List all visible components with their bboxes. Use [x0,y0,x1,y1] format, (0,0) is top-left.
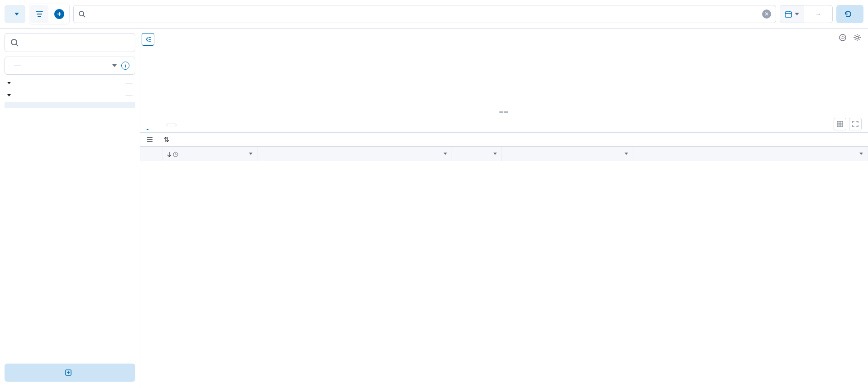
field-search-input[interactable] [23,39,129,47]
svg-rect-13 [837,121,843,127]
col-index[interactable] [257,147,452,161]
collapse-sidebar-button[interactable] [142,33,154,46]
col-sync-time[interactable] [162,147,257,161]
chevron-down-icon[interactable] [625,153,628,155]
svg-line-1 [83,15,85,17]
info-icon[interactable]: i [121,62,129,70]
filter-type-count [14,65,21,66]
table-toolbar [140,133,868,146]
beta-badge [167,124,176,126]
calendar-icon [785,10,792,18]
sort-icon [164,136,169,143]
search-icon [10,38,19,47]
plus-icon: + [54,9,64,19]
tab-documents[interactable] [147,120,148,130]
columns-button[interactable] [147,137,156,142]
sort-desc-icon [167,152,172,157]
field-search[interactable] [5,33,135,52]
clock-icon [173,152,178,157]
datasource-selector[interactable] [5,5,25,23]
add-field-button[interactable] [5,364,135,382]
query-input[interactable] [90,10,758,18]
selected-fields-header[interactable] [3,79,137,87]
tab-field-statistics[interactable] [157,120,158,129]
chevron-down-icon[interactable] [249,153,253,155]
date-quick-menu[interactable] [780,5,804,23]
refresh-button[interactable] [836,5,863,23]
selected-fields-count [125,83,133,84]
col-region[interactable] [501,147,633,161]
fields-sidebar: i [0,29,140,388]
chevron-down-icon [112,64,117,67]
chevron-down-icon [14,13,19,15]
svg-point-6 [11,39,17,45]
svg-point-0 [79,11,84,16]
clear-query-icon[interactable]: ✕ [762,10,771,19]
svg-line-7 [16,44,18,46]
filter-icon [36,11,43,17]
chevron-down-icon[interactable] [444,153,447,155]
resize-handle[interactable]: ══ [140,108,868,118]
svg-point-12 [856,36,858,39]
grid-icon [837,121,843,127]
date-picker[interactable]: → [780,5,833,23]
chevron-down-icon [7,94,11,96]
chevron-down-icon[interactable] [493,153,497,155]
search-icon [78,10,86,18]
collapse-icon [145,37,151,42]
topbar: + ✕ → [0,0,868,29]
fullscreen-button[interactable] [849,118,862,130]
refresh-icon [844,10,852,18]
grid-density-button[interactable] [834,118,846,130]
arrow-right-icon: → [815,10,821,18]
add-filter-button[interactable]: + [50,5,68,23]
gear-icon[interactable] [853,33,862,42]
add-field-icon [65,369,72,376]
filter-by-type[interactable]: i [5,57,135,75]
available-fields-count [125,95,133,96]
col-controls [140,147,162,161]
chevron-down-icon[interactable] [859,153,863,155]
svg-point-11 [839,34,846,41]
sort-button[interactable] [164,136,172,143]
filter-icon-button[interactable] [30,5,48,23]
histogram-chart[interactable] [140,44,868,102]
results-tabs [140,118,868,133]
fullscreen-icon [852,121,858,127]
chevron-down-icon [795,13,799,15]
main-area: ══ [140,29,868,388]
available-fields-header[interactable] [3,91,137,99]
col-tags[interactable] [633,147,868,161]
chart-caption [140,102,868,108]
results-table[interactable] [140,146,868,388]
inspect-icon[interactable] [838,33,847,42]
col-arn[interactable] [452,147,501,161]
popular-section-header [5,102,135,107]
query-bar[interactable]: ✕ [73,5,776,23]
columns-icon [147,137,153,142]
svg-rect-2 [785,12,792,17]
chevron-down-icon [7,82,11,84]
